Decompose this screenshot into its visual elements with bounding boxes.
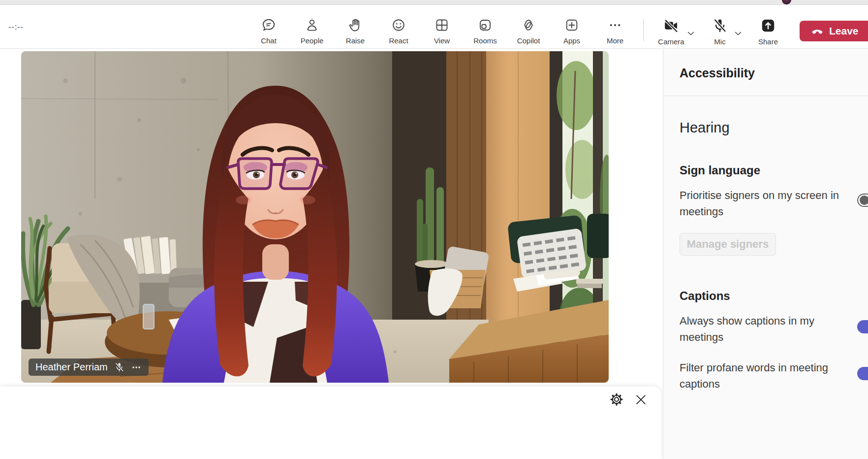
meeting-timer: --:-- [8,23,24,32]
view-button[interactable]: View [420,5,464,49]
raise-label: Raise [346,36,365,45]
filter-profane-words-label: Filter profane words in meeting captions [680,360,849,392]
rooms-label: Rooms [473,36,497,45]
chat-bubble-icon [261,5,276,34]
participant-name-tag: Heather Perriam [29,359,149,376]
person-icon [305,5,319,34]
apps-label: Apps [563,36,580,45]
prioritise-signers-toggle[interactable] [857,194,868,207]
copilot-label: Copilot [517,36,540,45]
toolbar-divider [643,19,644,41]
copilot-icon [521,5,536,34]
apps-plus-icon [564,5,579,34]
leave-label: Leave [829,25,859,37]
apps-button[interactable]: Apps [550,5,593,49]
title-strip [0,0,868,5]
grid-icon [434,5,449,34]
panel-title: Accessibility [680,66,755,80]
camera-label: Camera [658,37,684,46]
rooms-icon [478,5,493,34]
share-arrow-icon [760,5,776,35]
always-show-captions-toggle[interactable] [857,320,868,333]
more-label: More [607,36,623,45]
toggle-knob [860,196,868,205]
filter-profane-words-toggle[interactable] [857,367,868,380]
more-button[interactable]: More [593,5,637,49]
camera-off-icon [663,5,679,35]
captions-close-icon[interactable] [635,393,647,408]
meeting-toolbar: --:-- Chat People Raise React View [0,5,868,49]
profile-avatar[interactable] [782,0,791,4]
mic-button[interactable]: Mic [700,5,740,49]
muted-mic-icon [114,362,124,372]
participant-more-icon[interactable] [131,362,142,373]
mic-chevron-down-icon[interactable] [734,30,742,38]
chat-button[interactable]: Chat [247,5,290,49]
prioritise-signers-label: Prioritise signers on my screen in meeti… [680,187,853,220]
react-label: React [389,36,408,45]
copilot-button[interactable]: Copilot [507,5,550,49]
accessibility-panel: Accessibility Hearing Sign language Prio… [663,49,868,459]
hang-up-icon [810,24,824,38]
panel-divider [663,96,868,96]
mic-off-icon [712,5,728,35]
share-label: Share [758,37,778,46]
camera-button[interactable]: Camera [651,5,691,49]
participant-video: Heather Perriam [21,51,609,383]
raised-hand-icon [348,5,363,34]
captions-heading: Captions [680,289,730,303]
rooms-button[interactable]: Rooms [464,5,507,49]
hearing-heading: Hearing [680,120,730,136]
always-show-captions-label: Always show captions in my meetings [680,313,827,345]
raise-hand-button[interactable]: Raise [334,5,377,49]
people-label: People [301,36,324,45]
leave-button[interactable]: Leave [800,21,868,41]
mic-label: Mic [714,37,725,46]
teams-meeting-window: --:-- Chat People Raise React View [0,0,868,459]
avatar-scene [21,51,609,383]
camera-chevron-down-icon[interactable] [687,30,695,38]
ellipsis-icon [608,5,622,34]
people-button[interactable]: People [290,5,334,49]
captions-panel [0,387,661,459]
manage-signers-button[interactable]: Manage signers [680,233,776,256]
smiley-icon [391,5,406,34]
participant-name: Heather Perriam [35,361,108,373]
react-button[interactable]: React [377,5,420,49]
chat-label: Chat [261,36,277,45]
toolbar-items: Chat People Raise React View Rooms [247,5,637,49]
sign-language-heading: Sign language [680,164,760,177]
share-button[interactable]: Share [748,5,788,49]
view-label: View [434,36,450,45]
captions-settings-gear-icon[interactable] [609,392,624,409]
